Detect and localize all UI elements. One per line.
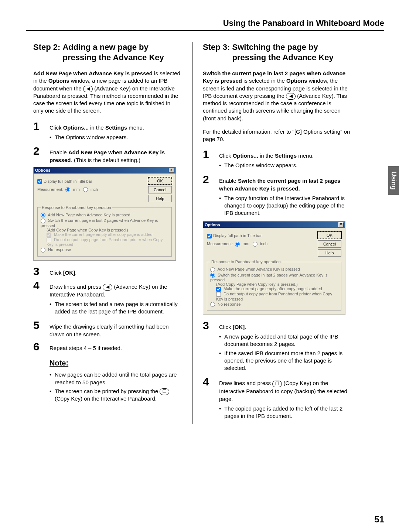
mm-radio[interactable] [235, 242, 240, 247]
add-new-page-radio[interactable] [41, 213, 45, 217]
inch-radio[interactable] [83, 187, 88, 192]
ok-button[interactable]: OK [148, 177, 172, 185]
advance-key-icon: ◀ [83, 86, 93, 92]
step-number: 2 [33, 145, 50, 157]
step2-item2: Enable Add New Page when Advance Key is … [50, 145, 182, 164]
step3-label: Step 3: [203, 42, 232, 62]
help-button[interactable]: Help [148, 195, 172, 202]
step3-item2: Enable Switch the current page in last 2… [219, 174, 351, 219]
mm-radio[interactable] [65, 187, 70, 192]
advance-key-icon: ◀ [286, 93, 296, 100]
step2-item5: Wipe the drawings clearly if something h… [50, 320, 182, 338]
left-column: Step 2: Adding a new page by pressing th… [33, 42, 192, 424]
page-number: 51 [374, 514, 384, 525]
step2-title: Adding a new page by pressing the Advanc… [62, 42, 182, 62]
step3-title: Switching the page by pressing the Advan… [232, 42, 351, 62]
inch-radio[interactable] [253, 242, 258, 247]
step-number: 6 [33, 341, 50, 352]
options-dialog-2: Options × Display full path in Title bar… [203, 221, 345, 315]
step2-intro: Add New Page when Advance Key is pressed… [33, 70, 182, 115]
step-number: 5 [33, 320, 50, 331]
step-number: 3 [203, 320, 219, 331]
note-list: New pages can be added until the total p… [50, 371, 182, 402]
advance-key-icon: ◀ [103, 284, 112, 291]
right-column: Step 3: Switching the page by pressing t… [192, 42, 351, 424]
cancel-button[interactable]: Cancel [318, 240, 341, 248]
display-full-path-checkbox[interactable] [37, 179, 42, 184]
step2-item3: Click [OK]. [50, 266, 182, 277]
step-number: 4 [203, 376, 219, 387]
options-dialog-1: Options × Display full path in Title bar… [33, 167, 176, 261]
make-empty-checkbox [47, 233, 51, 237]
switch-page-radio[interactable] [41, 219, 45, 223]
page-header: Using the Panaboard in Whiteboard Mode [26, 18, 384, 31]
step3-intro: Switch the current page in last 2 pages … [203, 70, 351, 122]
step2-label: Step 2: [33, 42, 62, 62]
copy-key-icon: ❐ [272, 381, 282, 387]
step2-heading: Step 2: Adding a new page by pressing th… [33, 42, 182, 62]
step2-item4: Draw lines and press ◀ (Advance Key) on … [50, 280, 182, 317]
no-response-radio[interactable] [41, 248, 45, 253]
step-number: 2 [203, 174, 219, 185]
dialog-titlebar: Options × [203, 222, 345, 228]
note-heading: Note: [50, 359, 182, 367]
step2-item1: Click Options... in the Settings menu. T… [50, 121, 182, 143]
step3-item1: Click Options... in the Settings menu. T… [219, 149, 351, 171]
step-number: 3 [33, 266, 50, 277]
step3-heading: Step 3: Switching the page by pressing t… [203, 42, 351, 62]
step3-reference: For the detailed information, refer to "… [203, 128, 351, 143]
ok-button[interactable]: OK [318, 231, 341, 239]
display-full-path-checkbox[interactable] [207, 234, 212, 238]
step2-item6: Repeat steps 4 – 5 if needed. [50, 341, 182, 352]
side-tab: Using [388, 166, 399, 195]
add-new-page-radio[interactable] [210, 267, 215, 272]
no-response-radio[interactable] [210, 302, 215, 307]
no-output-checkbox [47, 237, 51, 242]
close-icon[interactable]: × [169, 168, 174, 173]
step-number: 4 [33, 280, 50, 291]
step3-item4: Draw lines and press ❐ (Copy Key) on the… [219, 376, 351, 421]
dialog-titlebar: Options × [34, 167, 175, 174]
switch-page-radio[interactable] [210, 273, 215, 278]
copy-key-icon: ❐ [160, 388, 169, 395]
close-icon[interactable]: × [338, 222, 344, 227]
cancel-button[interactable]: Cancel [148, 186, 172, 193]
step3-item3: Click [OK]. A new page is added and tota… [219, 320, 351, 373]
step-number: 1 [33, 121, 50, 132]
step-number: 1 [203, 149, 219, 160]
help-button[interactable]: Help [318, 249, 341, 257]
make-empty-checkbox[interactable] [216, 287, 221, 292]
no-output-checkbox[interactable] [216, 292, 221, 297]
